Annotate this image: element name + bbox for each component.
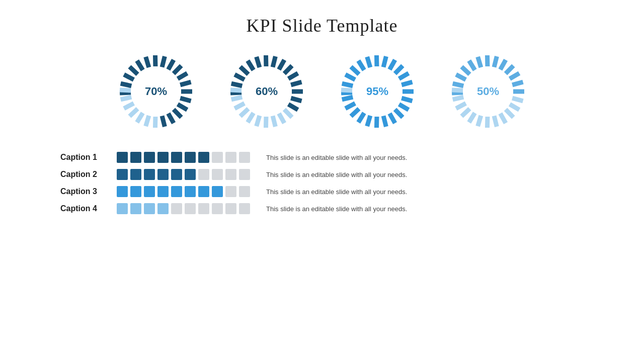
svg-marker-50	[230, 87, 242, 93]
svg-marker-74	[344, 102, 356, 111]
svg-marker-13	[180, 96, 192, 103]
svg-marker-23	[120, 95, 132, 102]
squares-group-1	[117, 152, 250, 163]
caption-1: Caption 1	[60, 153, 111, 162]
svg-marker-86	[498, 59, 508, 71]
svg-marker-31	[254, 56, 262, 68]
svg-marker-67	[393, 108, 405, 119]
svg-marker-43	[271, 115, 278, 127]
square-1-6	[185, 152, 196, 163]
gauge-gauge4: 50%	[448, 51, 528, 132]
square-2-7	[198, 169, 209, 180]
svg-marker-89	[512, 80, 524, 87]
svg-marker-59	[381, 56, 388, 68]
svg-marker-22	[123, 102, 135, 111]
svg-marker-57	[365, 56, 372, 68]
svg-marker-54	[344, 72, 356, 81]
svg-marker-3	[128, 65, 139, 76]
square-4-4	[157, 203, 169, 214]
square-1-8	[212, 152, 223, 163]
svg-marker-90	[513, 89, 524, 94]
svg-marker-88	[509, 71, 521, 81]
legend-description-4: This slide is an editable slide with all…	[266, 205, 407, 213]
svg-marker-4	[135, 59, 144, 71]
gauge-gauge2: 60%	[226, 51, 307, 132]
svg-marker-96	[485, 117, 490, 128]
svg-marker-65	[401, 96, 413, 103]
svg-marker-76	[341, 87, 352, 93]
svg-marker-14	[177, 102, 189, 112]
svg-marker-102	[452, 87, 463, 93]
square-1-3	[144, 152, 155, 163]
slide: KPI Slide Template 70%60%95%50% Caption …	[0, 0, 644, 362]
svg-text:60%: 60%	[256, 85, 278, 98]
square-2-6	[185, 169, 196, 180]
svg-marker-39	[290, 96, 302, 103]
square-4-2	[130, 203, 141, 214]
square-4-3	[144, 203, 155, 214]
legend-description-2: This slide is an editable slide with all…	[266, 171, 407, 178]
square-4-10	[239, 203, 250, 214]
square-3-5	[171, 186, 182, 197]
square-3-10	[239, 186, 250, 197]
svg-marker-81	[460, 65, 471, 76]
square-1-5	[171, 152, 182, 163]
caption-3: Caption 3	[60, 187, 111, 196]
legend-row-4: Caption 4This slide is an editable slide…	[60, 203, 614, 214]
square-2-5	[171, 169, 182, 180]
svg-marker-84	[485, 55, 490, 66]
svg-marker-101	[452, 95, 464, 102]
svg-marker-49	[231, 95, 243, 102]
svg-marker-37	[290, 80, 302, 87]
svg-marker-53	[342, 81, 353, 88]
svg-marker-38	[292, 89, 303, 94]
svg-marker-93	[504, 108, 515, 119]
svg-marker-27	[231, 81, 243, 88]
svg-marker-7	[160, 56, 167, 68]
square-1-9	[225, 152, 236, 163]
square-2-1	[117, 169, 128, 180]
legend-row-2: Caption 2This slide is an editable slide…	[60, 169, 614, 180]
svg-marker-36	[287, 71, 299, 81]
svg-marker-10	[177, 71, 189, 81]
svg-marker-17	[160, 115, 167, 127]
square-4-6	[185, 203, 196, 214]
legend-row-3: Caption 3This slide is an editable slide…	[60, 186, 614, 197]
svg-marker-72	[356, 112, 366, 123]
svg-marker-8	[166, 59, 176, 71]
square-4-9	[225, 203, 236, 214]
svg-marker-34	[277, 59, 286, 71]
square-1-2	[130, 152, 141, 163]
svg-marker-94	[498, 112, 508, 124]
svg-marker-28	[233, 72, 246, 81]
svg-marker-9	[172, 64, 183, 75]
square-2-8	[212, 169, 223, 180]
svg-marker-73	[349, 107, 360, 118]
svg-marker-12	[181, 89, 192, 94]
svg-marker-42	[277, 112, 286, 124]
svg-marker-2	[123, 72, 135, 81]
squares-group-4	[117, 203, 250, 214]
square-1-10	[239, 152, 250, 163]
squares-group-2	[117, 169, 250, 180]
square-3-1	[117, 186, 128, 197]
svg-marker-29	[238, 65, 250, 76]
svg-marker-33	[271, 56, 278, 68]
svg-marker-87	[504, 64, 515, 75]
square-4-7	[198, 203, 209, 214]
svg-marker-71	[365, 115, 372, 127]
square-3-6	[185, 186, 196, 197]
svg-marker-95	[492, 115, 499, 127]
legend-description-3: This slide is an editable slide with all…	[266, 188, 407, 196]
svg-text:50%: 50%	[477, 85, 499, 98]
square-2-2	[130, 169, 141, 180]
square-2-9	[225, 169, 236, 180]
svg-marker-69	[381, 115, 388, 127]
gauge-gauge1: 70%	[116, 51, 196, 132]
square-3-3	[144, 186, 155, 197]
square-3-2	[130, 186, 141, 197]
svg-marker-1	[120, 81, 132, 88]
square-4-1	[117, 203, 128, 214]
slide-title: KPI Slide Template	[30, 15, 614, 36]
gauge-gauge3: 95%	[337, 51, 418, 132]
